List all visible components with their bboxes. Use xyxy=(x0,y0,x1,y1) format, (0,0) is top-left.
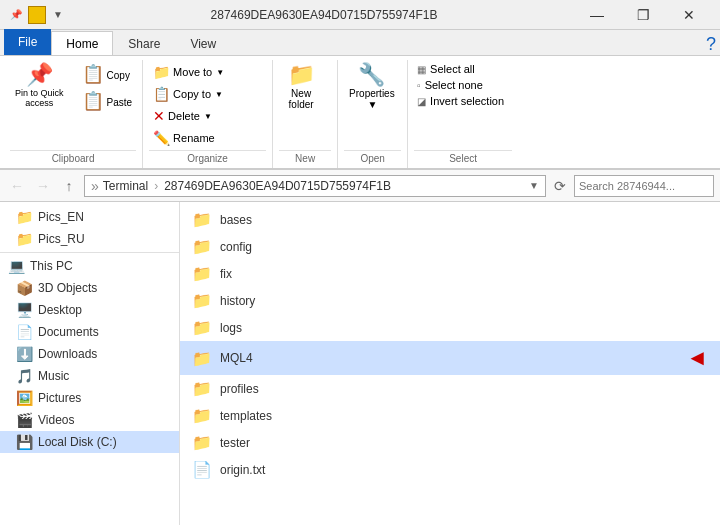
pin-to-quick-access-button[interactable]: 📌 Pin to Quickaccess xyxy=(10,62,69,110)
select-group: ▦ Select all ▫ Select none ◪ Invert sele… xyxy=(408,60,518,168)
folder-mql4-icon: 📁 xyxy=(192,349,212,368)
help-icon[interactable]: ? xyxy=(706,34,720,55)
window-title: 287469DEA9630EA94D0715D755974F1B xyxy=(74,8,574,22)
file-name-profiles: profiles xyxy=(220,382,708,396)
tab-home[interactable]: Home xyxy=(51,31,113,55)
sidebar-item-pics-ru[interactable]: 📁 Pics_RU xyxy=(0,228,179,250)
sidebar-label-pictures: Pictures xyxy=(38,391,81,405)
properties-icon: 🔧 xyxy=(358,64,385,86)
sidebar-item-desktop[interactable]: 🖥️ Desktop xyxy=(0,299,179,321)
folder-fix-icon: 📁 xyxy=(192,264,212,283)
copy-to-button[interactable]: 📋 Copy to ▼ xyxy=(149,84,228,104)
sidebar-item-music[interactable]: 🎵 Music xyxy=(0,365,179,387)
rename-icon: ✏️ xyxy=(153,130,170,146)
addr-dropdown-icon[interactable]: ▼ xyxy=(529,180,539,191)
file-item-profiles[interactable]: 📁 profiles xyxy=(180,375,720,402)
tab-file[interactable]: File xyxy=(4,29,51,55)
file-item-bases[interactable]: 📁 bases xyxy=(180,206,720,233)
sidebar-item-local-disk[interactable]: 💾 Local Disk (C:) xyxy=(0,431,179,453)
sidebar-label-documents: Documents xyxy=(38,325,99,339)
invert-icon: ◪ xyxy=(417,96,426,107)
select-none-button[interactable]: ▫ Select none xyxy=(414,78,507,92)
back-button[interactable]: ← xyxy=(6,175,28,197)
folder-pics-ru-icon: 📁 xyxy=(16,231,33,247)
file-item-config[interactable]: 📁 config xyxy=(180,233,720,260)
3d-objects-icon: 📦 xyxy=(16,280,33,296)
sidebar-item-downloads[interactable]: ⬇️ Downloads xyxy=(0,343,179,365)
paste-label: Paste xyxy=(107,97,133,108)
move-to-button[interactable]: 📁 Move to ▼ xyxy=(149,62,228,82)
clipboard-items: 📌 Pin to Quickaccess 📋 Copy 📋 Paste xyxy=(10,62,136,148)
file-item-origin-txt[interactable]: 📄 origin.txt xyxy=(180,456,720,483)
sidebar-label-3d-objects: 3D Objects xyxy=(38,281,97,295)
file-name-templates: templates xyxy=(220,409,708,423)
address-path[interactable]: » Terminal › 287469DEA9630EA94D0715D7559… xyxy=(84,175,546,197)
copy-to-arrow: ▼ xyxy=(215,90,223,99)
file-item-tester[interactable]: 📁 tester xyxy=(180,429,720,456)
organize-group: 📁 Move to ▼ 📋 Copy to ▼ ✕ Delete ▼ ✏️ Re… xyxy=(143,60,273,168)
red-arrow-annotation: ◄ xyxy=(686,345,708,371)
address-bar: ← → ↑ » Terminal › 287469DEA9630EA94D071… xyxy=(0,170,720,202)
select-all-label: Select all xyxy=(430,63,475,75)
file-item-mql4[interactable]: 📁 MQL4 ◄ xyxy=(180,341,720,375)
invert-selection-button[interactable]: ◪ Invert selection xyxy=(414,94,507,108)
breadcrumb-root: Terminal xyxy=(103,179,148,193)
sidebar-item-pics-en[interactable]: 📁 Pics_EN xyxy=(0,206,179,228)
forward-button[interactable]: → xyxy=(32,175,54,197)
rename-label: Rename xyxy=(173,132,215,144)
move-to-label: Move to xyxy=(173,66,212,78)
close-button[interactable]: ✕ xyxy=(666,0,712,30)
select-items: ▦ Select all ▫ Select none ◪ Invert sele… xyxy=(414,62,512,148)
downloads-icon: ⬇️ xyxy=(16,346,33,362)
arrow-icon: ▼ xyxy=(50,7,66,23)
sidebar-item-documents[interactable]: 📄 Documents xyxy=(0,321,179,343)
local-disk-icon: 💾 xyxy=(16,434,33,450)
minimize-button[interactable]: — xyxy=(574,0,620,30)
sidebar-item-this-pc[interactable]: 💻 This PC xyxy=(0,255,179,277)
file-item-fix[interactable]: 📁 fix xyxy=(180,260,720,287)
folder-templates-icon: 📁 xyxy=(192,406,212,425)
sidebar-label-downloads: Downloads xyxy=(38,347,97,361)
file-item-logs[interactable]: 📁 logs xyxy=(180,314,720,341)
sidebar-divider xyxy=(0,252,179,253)
file-item-templates[interactable]: 📁 templates xyxy=(180,402,720,429)
properties-button[interactable]: 🔧 Properties ▼ xyxy=(344,62,400,112)
copy-button[interactable]: 📋 Copy xyxy=(78,62,137,88)
organize-items: 📁 Move to ▼ 📋 Copy to ▼ ✕ Delete ▼ ✏️ Re… xyxy=(149,62,266,148)
tab-view[interactable]: View xyxy=(175,31,231,55)
search-box: 🔍 xyxy=(574,175,714,197)
file-item-history[interactable]: 📁 history xyxy=(180,287,720,314)
sidebar-item-3d-objects[interactable]: 📦 3D Objects xyxy=(0,277,179,299)
folder-icon xyxy=(28,6,46,24)
folder-logs-icon: 📁 xyxy=(192,318,212,337)
delete-button[interactable]: ✕ Delete ▼ xyxy=(149,106,228,126)
sidebar-label-pics-ru: Pics_RU xyxy=(38,232,85,246)
up-button[interactable]: ↑ xyxy=(58,175,80,197)
sidebar-item-pictures[interactable]: 🖼️ Pictures xyxy=(0,387,179,409)
select-all-button[interactable]: ▦ Select all xyxy=(414,62,507,76)
rename-button[interactable]: ✏️ Rename xyxy=(149,128,228,148)
move-to-icon: 📁 xyxy=(153,64,170,80)
file-name-logs: logs xyxy=(220,321,708,335)
paste-button[interactable]: 📋 Paste xyxy=(78,89,137,115)
sidebar-label-videos: Videos xyxy=(38,413,74,427)
search-input[interactable] xyxy=(579,180,717,192)
sidebar-label-local-disk: Local Disk (C:) xyxy=(38,435,117,449)
select-none-label: Select none xyxy=(425,79,483,91)
sidebar-label-this-pc: This PC xyxy=(30,259,73,273)
sidebar-item-videos[interactable]: 🎬 Videos xyxy=(0,409,179,431)
title-bar-icons: 📌 ▼ xyxy=(8,6,66,24)
select-none-icon: ▫ xyxy=(417,80,421,91)
new-folder-button[interactable]: 📁 Newfolder xyxy=(279,62,323,112)
tab-share[interactable]: Share xyxy=(113,31,175,55)
restore-button[interactable]: ❐ xyxy=(620,0,666,30)
pin-icon: 📌 xyxy=(8,7,24,23)
refresh-button[interactable]: ⟳ xyxy=(550,175,570,197)
window-controls: — ❐ ✕ xyxy=(574,0,712,30)
addr-separator: › xyxy=(154,179,158,193)
copy-icon: 📋 xyxy=(82,65,104,83)
sidebar: 📁 Pics_EN 📁 Pics_RU 💻 This PC 📦 3D Objec… xyxy=(0,202,180,525)
file-name-mql4: MQL4 xyxy=(220,351,658,365)
folder-history-icon: 📁 xyxy=(192,291,212,310)
folder-bases-icon: 📁 xyxy=(192,210,212,229)
